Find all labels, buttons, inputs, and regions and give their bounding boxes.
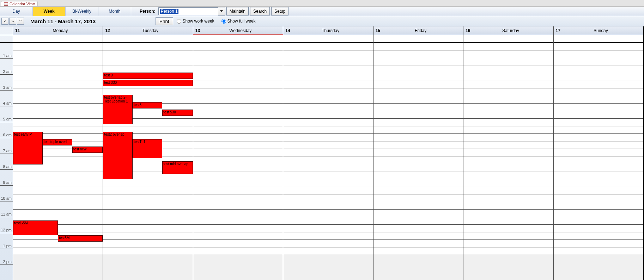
calendar-event[interactable]: test mid overlap	[162, 161, 193, 174]
time-slot[interactable]	[373, 73, 463, 88]
view-biweekly[interactable]: Bi-Weekly	[66, 7, 98, 16]
tab-calendar-view[interactable]: Calendar View	[1, 1, 38, 6]
time-slot[interactable]	[193, 179, 283, 194]
time-slot[interactable]	[193, 210, 283, 225]
print-button[interactable]: Print	[156, 17, 173, 25]
allday-cell[interactable]	[283, 35, 373, 43]
time-slot[interactable]	[283, 43, 373, 58]
time-slot[interactable]	[193, 58, 283, 73]
time-slot[interactable]	[554, 179, 643, 194]
time-slot[interactable]	[193, 88, 283, 104]
time-slot[interactable]	[463, 240, 553, 255]
maintain-button[interactable]: Maintain	[226, 7, 249, 15]
time-slot[interactable]	[463, 104, 553, 119]
time-slot[interactable]	[554, 134, 643, 149]
time-slot[interactable]	[13, 164, 103, 179]
time-slot[interactable]	[193, 240, 283, 255]
time-slot[interactable]	[373, 149, 463, 164]
time-slot[interactable]	[103, 43, 193, 58]
time-slot[interactable]	[193, 194, 283, 210]
calendar-event[interactable]: test 3	[103, 73, 193, 79]
time-slot[interactable]	[373, 179, 463, 194]
setup-button[interactable]: Setup	[271, 7, 288, 15]
time-slot[interactable]	[554, 104, 643, 119]
time-slot[interactable]	[193, 164, 283, 179]
time-slot[interactable]	[103, 210, 193, 225]
calendar-event[interactable]: test early M	[13, 132, 43, 164]
time-slot[interactable]	[193, 119, 283, 134]
time-slot[interactable]	[103, 240, 193, 255]
time-slot[interactable]	[554, 88, 643, 104]
allday-cell[interactable]	[103, 35, 193, 43]
allday-cell[interactable]	[554, 35, 643, 43]
time-slot[interactable]	[283, 58, 373, 73]
time-slot[interactable]	[13, 43, 103, 58]
time-slot[interactable]	[463, 179, 553, 194]
time-slot[interactable]	[463, 43, 553, 58]
time-slot[interactable]	[554, 240, 643, 255]
time-slot[interactable]	[554, 164, 643, 179]
time-slot[interactable]	[373, 134, 463, 149]
time-slot[interactable]	[13, 73, 103, 88]
view-day[interactable]: Day	[0, 7, 33, 16]
time-slot[interactable]	[103, 58, 193, 73]
prev-week-button[interactable]: <	[1, 18, 8, 25]
time-slot[interactable]	[373, 88, 463, 104]
calendar-event[interactable]: testTu1	[133, 139, 162, 158]
day-header[interactable]: 14Thursday	[283, 26, 373, 35]
time-slot[interactable]	[373, 240, 463, 255]
time-slot[interactable]	[283, 164, 373, 179]
time-slot[interactable]	[463, 149, 553, 164]
radio-work-week[interactable]: Show work week	[177, 19, 214, 24]
allday-cell[interactable]	[13, 35, 103, 43]
time-slot[interactable]	[283, 179, 373, 194]
time-slot[interactable]	[554, 149, 643, 164]
allday-cell[interactable]	[193, 35, 283, 43]
time-slot[interactable]	[193, 149, 283, 164]
time-slot[interactable]	[373, 210, 463, 225]
day-header[interactable]: 12Tuesday	[103, 26, 193, 35]
time-slot[interactable]	[373, 104, 463, 119]
time-slot[interactable]	[463, 210, 553, 225]
time-slot[interactable]	[103, 179, 193, 194]
day-header[interactable]: 11Monday	[13, 26, 103, 35]
time-slot[interactable]	[373, 119, 463, 134]
time-slot[interactable]	[463, 119, 553, 134]
time-slot[interactable]	[283, 88, 373, 104]
time-slot[interactable]	[463, 134, 553, 149]
time-slot[interactable]	[13, 240, 103, 255]
time-slot[interactable]	[103, 225, 193, 240]
time-slot[interactable]	[283, 104, 373, 119]
time-slot[interactable]	[554, 73, 643, 88]
calendar-event[interactable]: test 530	[162, 110, 193, 116]
day-header[interactable]: 15Friday	[373, 26, 463, 35]
time-slot[interactable]	[193, 225, 283, 240]
time-slot[interactable]	[463, 73, 553, 88]
calendar-event[interactable]: test 330	[103, 80, 193, 86]
person-combo[interactable]: Person 1	[158, 7, 218, 15]
today-button[interactable]: ^	[17, 18, 24, 25]
calendar-event[interactable]: test2 overlap	[103, 132, 133, 179]
time-slot[interactable]	[554, 58, 643, 73]
time-slot[interactable]	[554, 43, 643, 58]
search-button[interactable]: Search	[250, 7, 270, 15]
time-slot[interactable]	[554, 225, 643, 240]
time-slot[interactable]	[193, 43, 283, 58]
view-month[interactable]: Month	[98, 7, 131, 16]
day-header[interactable]: 16Saturday	[463, 26, 553, 35]
time-slot[interactable]	[103, 194, 193, 210]
time-slot[interactable]	[13, 58, 103, 73]
time-slot[interactable]	[463, 164, 553, 179]
calendar-event[interactable]: test new	[72, 147, 103, 153]
calendar-event[interactable]: test3M	[58, 235, 103, 242]
calendar-event[interactable]: test1-5M	[13, 220, 58, 235]
calendar-event[interactable]: test overlap 2- Test Location 1	[103, 95, 133, 124]
time-slot[interactable]	[13, 88, 103, 104]
time-slot[interactable]	[554, 210, 643, 225]
time-slot[interactable]	[283, 240, 373, 255]
radio-full-week[interactable]: Show full week	[221, 19, 256, 24]
time-slot[interactable]	[283, 134, 373, 149]
time-slot[interactable]	[554, 119, 643, 134]
next-week-button[interactable]: >	[9, 18, 16, 25]
time-slot[interactable]	[13, 194, 103, 210]
